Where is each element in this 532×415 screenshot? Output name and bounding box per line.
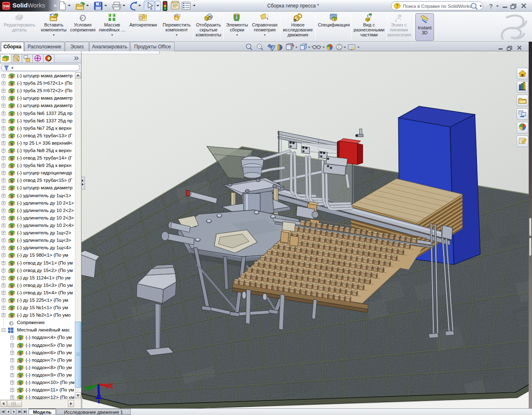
svg-text:?: ? [489,2,493,10]
svg-text:SW: SW [3,4,10,8]
svg-text:?: ? [396,4,398,8]
